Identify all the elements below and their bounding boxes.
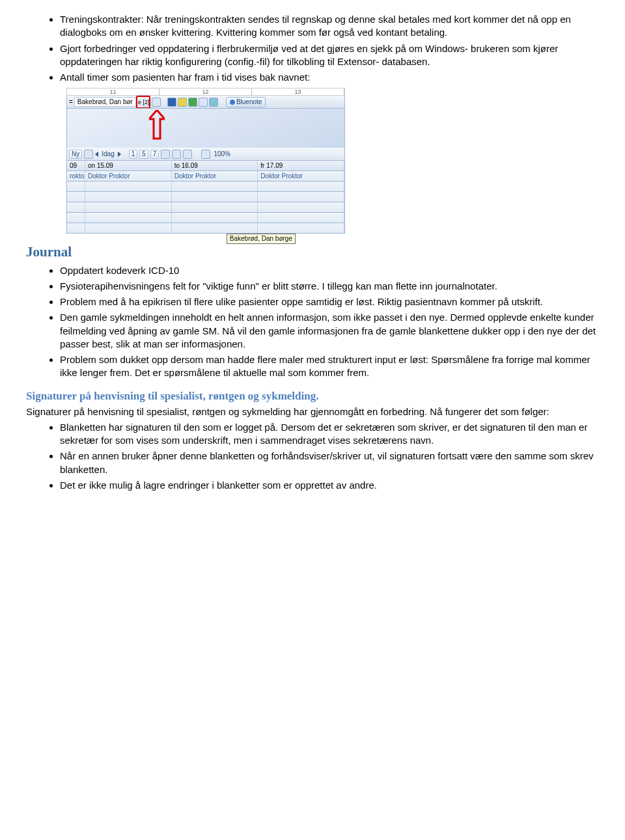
schedule-header: 09 on 15.09 to 16.09 fr 17.09 [66, 161, 345, 171]
view-7-button[interactable]: 7 [150, 150, 160, 159]
tooltip: Bakebrød, Dan børge [227, 234, 296, 244]
toolbar-icon[interactable] [172, 150, 181, 159]
schedule-col[interactable]: to 16.09 [172, 161, 258, 170]
toolbar-icon[interactable] [188, 98, 197, 107]
list-item: Når en annen bruker åpner denne blankett… [60, 450, 599, 476]
schedule-row[interactable] [66, 182, 345, 192]
signaturer-list: Blanketten har signaturen til den som er… [26, 421, 599, 492]
today-button[interactable]: Idag [100, 150, 115, 159]
toolbar-icon[interactable] [209, 98, 218, 107]
schedule-col[interactable]: on 15.09 [85, 161, 172, 170]
list-item: Fysioterapihenvisningens felt for "vikti… [60, 280, 599, 293]
zoom-icon[interactable] [201, 150, 210, 159]
intro-list: Treningskontrakter: Når treningskontrakt… [26, 13, 599, 84]
highlight-box: e [2] [136, 96, 150, 109]
toolbar-icon[interactable] [183, 150, 192, 159]
prev-icon[interactable] [95, 152, 98, 157]
list-item: Problem med å ha epikrisen til flere uli… [60, 295, 599, 308]
ruler: 11 12 13 [66, 88, 345, 96]
list-item: Oppdatert kodeverk ICD-10 [60, 264, 599, 277]
bluenote-icon [230, 100, 235, 105]
schedule-toolbar: Ny Idag 1 5 7 100% [66, 148, 345, 161]
schedule-row[interactable] [66, 192, 345, 202]
schedule-row[interactable] [66, 202, 345, 213]
schedule-col[interactable]: fr 17.09 [258, 161, 344, 170]
signaturer-intro: Signaturer på henvisning til spesialist,… [26, 405, 599, 418]
list-item: Det er ikke mulig å lagre endringer i bl… [60, 479, 599, 492]
app-screenshot: 11 12 13 = Bakebrød, Dan bør e [2] Bluen… [66, 88, 345, 234]
list-item: Blanketten har signaturen til den som er… [60, 421, 599, 448]
list-item: Den gamle sykmeldingen inneholdt en helt… [60, 311, 599, 351]
cell[interactable]: Doktor Proktor [172, 171, 258, 181]
schedule-row[interactable] [66, 213, 345, 223]
zoom-value: 100% [212, 150, 232, 159]
fade-area [66, 109, 345, 148]
list-item: Gjort forbedringer ved oppdatering i fle… [60, 42, 599, 69]
toolbar-icon[interactable] [199, 98, 208, 107]
list-item: Problem som dukket opp dersom man hadde … [60, 353, 599, 380]
list-item: Antall timer som pasienten har fram i ti… [60, 71, 599, 84]
journal-list: Oppdatert kodeverk ICD-10 Fysioterapihen… [26, 264, 599, 380]
patient-toolbar: = Bakebrød, Dan bør e [2] Bluenote [66, 96, 345, 109]
list-item: Treningskontrakter: Når treningskontrakt… [60, 13, 599, 40]
ruler-tick: 11 [67, 88, 160, 95]
search-icon[interactable] [152, 98, 161, 107]
schedule-row[interactable] [66, 223, 345, 234]
ruler-tick: 13 [252, 88, 344, 95]
cell: roktor [67, 171, 85, 181]
ruler-tick: 12 [160, 88, 252, 95]
cell[interactable]: Doktor Proktor [258, 171, 344, 181]
equals-label: = [69, 98, 73, 107]
arrow-up-icon [149, 110, 165, 142]
next-icon[interactable] [118, 152, 121, 157]
heading-signaturer: Signaturer på henvisning til spesialist,… [26, 389, 599, 404]
toolbar-icon[interactable] [84, 150, 93, 159]
bluenote-label: Bluenote [236, 98, 262, 107]
toolbar-icon[interactable] [167, 98, 176, 107]
view-5-button[interactable]: 5 [139, 150, 148, 159]
schedule-col: 09 [67, 161, 85, 170]
schedule-row: roktor Doktor Proktor Doktor Proktor Dok… [66, 171, 345, 182]
toolbar-icon[interactable] [161, 150, 170, 159]
patient-name-field[interactable]: Bakebrød, Dan bør [74, 97, 136, 107]
patient-suffix: e [2] [137, 99, 150, 105]
heading-journal: Journal [26, 243, 599, 261]
new-button[interactable]: Ny [69, 150, 82, 159]
view-1-button[interactable]: 1 [129, 150, 138, 159]
patient-name-text: Bakebrød, Dan bør [77, 98, 133, 106]
bluenote-button[interactable]: Bluenote [226, 97, 266, 107]
toolbar-icon[interactable] [178, 98, 187, 107]
cell[interactable]: Doktor Proktor [85, 171, 172, 181]
